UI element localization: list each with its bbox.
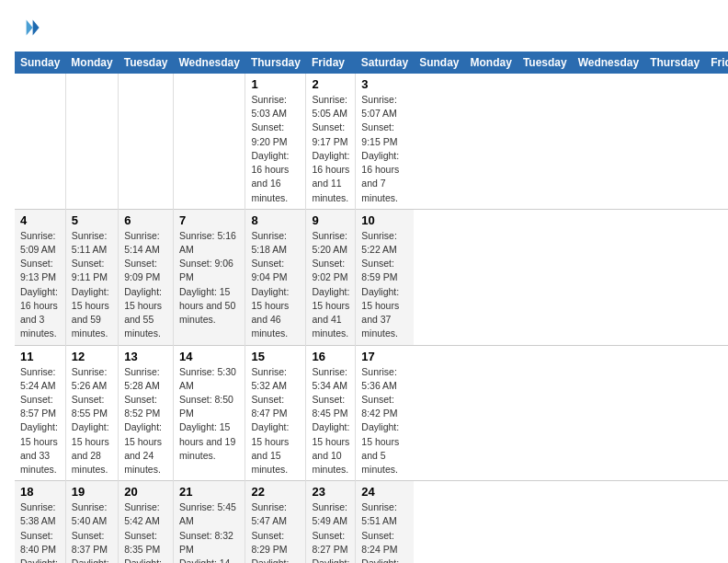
day-number: 22 xyxy=(251,485,300,499)
day-info: Sunrise: 5:38 AM Sunset: 8:40 PM Dayligh… xyxy=(20,500,60,563)
calendar-cell xyxy=(65,74,118,209)
calendar-cell: 16Sunrise: 5:34 AM Sunset: 8:45 PM Dayli… xyxy=(306,345,356,481)
day-info: Sunrise: 5:42 AM Sunset: 8:35 PM Dayligh… xyxy=(124,500,167,563)
day-info: Sunrise: 5:49 AM Sunset: 8:27 PM Dayligh… xyxy=(312,500,349,563)
calendar-cell: 11Sunrise: 5:24 AM Sunset: 8:57 PM Dayli… xyxy=(15,345,65,481)
day-header-thursday: Thursday xyxy=(245,52,306,74)
calendar-cell: 14Sunrise: 5:30 AM Sunset: 8:50 PM Dayli… xyxy=(173,345,245,481)
day-info: Sunrise: 5:20 AM Sunset: 9:02 PM Dayligh… xyxy=(312,229,349,341)
calendar-cell: 5Sunrise: 5:11 AM Sunset: 9:11 PM Daylig… xyxy=(65,209,118,345)
page-header xyxy=(15,15,713,40)
day-header-friday: Friday xyxy=(306,52,356,74)
day-info: Sunrise: 5:32 AM Sunset: 8:47 PM Dayligh… xyxy=(251,365,300,477)
day-number: 21 xyxy=(179,485,239,499)
day-number: 3 xyxy=(361,77,408,91)
day-header-saturday: Saturday xyxy=(356,52,414,74)
calendar-cell xyxy=(119,74,174,209)
calendar-cell: 23Sunrise: 5:49 AM Sunset: 8:27 PM Dayli… xyxy=(306,481,356,563)
calendar-week-row: 18Sunrise: 5:38 AM Sunset: 8:40 PM Dayli… xyxy=(15,481,728,563)
calendar-week-row: 4Sunrise: 5:09 AM Sunset: 9:13 PM Daylig… xyxy=(15,209,728,345)
day-info: Sunrise: 5:36 AM Sunset: 8:42 PM Dayligh… xyxy=(361,365,408,477)
calendar-cell: 12Sunrise: 5:26 AM Sunset: 8:55 PM Dayli… xyxy=(65,345,118,481)
day-info: Sunrise: 5:26 AM Sunset: 8:55 PM Dayligh… xyxy=(72,365,112,477)
day-info: Sunrise: 5:45 AM Sunset: 8:32 PM Dayligh… xyxy=(179,500,239,563)
day-number: 14 xyxy=(179,350,239,363)
day-header-tuesday: Tuesday xyxy=(119,52,174,74)
day-number: 10 xyxy=(361,213,408,227)
day-number: 17 xyxy=(361,350,408,363)
day-number: 9 xyxy=(312,213,349,227)
day-number: 11 xyxy=(20,350,60,363)
day-number: 7 xyxy=(179,213,239,227)
day-number: 18 xyxy=(20,485,60,499)
calendar-cell: 2Sunrise: 5:05 AM Sunset: 9:17 PM Daylig… xyxy=(306,74,356,209)
day-info: Sunrise: 5:24 AM Sunset: 8:57 PM Dayligh… xyxy=(20,365,60,477)
day-header-wednesday: Wednesday xyxy=(573,52,644,74)
day-number: 24 xyxy=(361,485,408,499)
calendar-cell: 15Sunrise: 5:32 AM Sunset: 8:47 PM Dayli… xyxy=(245,345,306,481)
calendar-cell: 1Sunrise: 5:03 AM Sunset: 9:20 PM Daylig… xyxy=(245,74,306,209)
calendar-table: SundayMondayTuesdayWednesdayThursdayFrid… xyxy=(15,52,728,563)
day-header-monday: Monday xyxy=(465,52,518,74)
day-number: 16 xyxy=(312,350,349,363)
calendar-cell: 24Sunrise: 5:51 AM Sunset: 8:24 PM Dayli… xyxy=(356,481,414,563)
day-info: Sunrise: 5:51 AM Sunset: 8:24 PM Dayligh… xyxy=(361,500,408,563)
calendar-cell: 10Sunrise: 5:22 AM Sunset: 8:59 PM Dayli… xyxy=(356,209,414,345)
day-number: 2 xyxy=(312,77,349,91)
day-info: Sunrise: 5:28 AM Sunset: 8:52 PM Dayligh… xyxy=(124,365,167,477)
day-header-tuesday: Tuesday xyxy=(518,52,573,74)
day-number: 4 xyxy=(20,213,60,227)
day-info: Sunrise: 5:18 AM Sunset: 9:04 PM Dayligh… xyxy=(251,229,300,341)
day-info: Sunrise: 5:22 AM Sunset: 8:59 PM Dayligh… xyxy=(361,229,408,341)
day-number: 8 xyxy=(251,213,300,227)
calendar-cell: 19Sunrise: 5:40 AM Sunset: 8:37 PM Dayli… xyxy=(65,481,118,563)
calendar-week-row: 1Sunrise: 5:03 AM Sunset: 9:20 PM Daylig… xyxy=(15,74,728,209)
day-number: 12 xyxy=(72,350,112,363)
calendar-cell: 4Sunrise: 5:09 AM Sunset: 9:13 PM Daylig… xyxy=(15,209,65,345)
day-info: Sunrise: 5:14 AM Sunset: 9:09 PM Dayligh… xyxy=(124,229,167,341)
calendar-cell: 9Sunrise: 5:20 AM Sunset: 9:02 PM Daylig… xyxy=(306,209,356,345)
day-info: Sunrise: 5:16 AM Sunset: 9:06 PM Dayligh… xyxy=(179,229,239,327)
day-header-thursday: Thursday xyxy=(644,52,705,74)
day-info: Sunrise: 5:09 AM Sunset: 9:13 PM Dayligh… xyxy=(20,229,60,341)
day-number: 6 xyxy=(124,213,167,227)
calendar-cell: 20Sunrise: 5:42 AM Sunset: 8:35 PM Dayli… xyxy=(119,481,174,563)
logo-icon xyxy=(15,15,40,40)
calendar-cell: 6Sunrise: 5:14 AM Sunset: 9:09 PM Daylig… xyxy=(119,209,174,345)
calendar-cell xyxy=(173,74,245,209)
day-header-friday: Friday xyxy=(705,52,728,74)
day-info: Sunrise: 5:11 AM Sunset: 9:11 PM Dayligh… xyxy=(72,229,112,341)
day-info: Sunrise: 5:30 AM Sunset: 8:50 PM Dayligh… xyxy=(179,365,239,464)
day-number: 15 xyxy=(251,350,300,363)
day-info: Sunrise: 5:47 AM Sunset: 8:29 PM Dayligh… xyxy=(251,500,300,563)
day-header-monday: Monday xyxy=(65,52,118,74)
calendar-cell: 8Sunrise: 5:18 AM Sunset: 9:04 PM Daylig… xyxy=(245,209,306,345)
day-info: Sunrise: 5:07 AM Sunset: 9:15 PM Dayligh… xyxy=(361,93,408,205)
day-header-sunday: Sunday xyxy=(15,52,65,74)
day-header-wednesday: Wednesday xyxy=(173,52,245,74)
day-number: 1 xyxy=(251,77,300,91)
day-info: Sunrise: 5:03 AM Sunset: 9:20 PM Dayligh… xyxy=(251,93,300,205)
day-number: 5 xyxy=(72,213,112,227)
calendar-cell: 17Sunrise: 5:36 AM Sunset: 8:42 PM Dayli… xyxy=(356,345,414,481)
day-header-sunday: Sunday xyxy=(414,52,464,74)
calendar-cell: 21Sunrise: 5:45 AM Sunset: 8:32 PM Dayli… xyxy=(173,481,245,563)
logo xyxy=(15,15,44,40)
calendar-cell: 18Sunrise: 5:38 AM Sunset: 8:40 PM Dayli… xyxy=(15,481,65,563)
calendar-cell xyxy=(15,74,65,209)
day-number: 19 xyxy=(72,485,112,499)
day-number: 13 xyxy=(124,350,167,363)
calendar-cell: 3Sunrise: 5:07 AM Sunset: 9:15 PM Daylig… xyxy=(356,74,414,209)
calendar-week-row: 11Sunrise: 5:24 AM Sunset: 8:57 PM Dayli… xyxy=(15,345,728,481)
day-number: 23 xyxy=(312,485,349,499)
calendar-cell: 22Sunrise: 5:47 AM Sunset: 8:29 PM Dayli… xyxy=(245,481,306,563)
calendar-header-row: SundayMondayTuesdayWednesdayThursdayFrid… xyxy=(15,52,728,74)
day-info: Sunrise: 5:34 AM Sunset: 8:45 PM Dayligh… xyxy=(312,365,349,477)
svg-marker-0 xyxy=(33,20,40,36)
svg-marker-1 xyxy=(27,20,33,36)
calendar-cell: 13Sunrise: 5:28 AM Sunset: 8:52 PM Dayli… xyxy=(119,345,174,481)
day-info: Sunrise: 5:05 AM Sunset: 9:17 PM Dayligh… xyxy=(312,93,349,205)
day-number: 20 xyxy=(124,485,167,499)
day-info: Sunrise: 5:40 AM Sunset: 8:37 PM Dayligh… xyxy=(72,500,112,563)
calendar-cell: 7Sunrise: 5:16 AM Sunset: 9:06 PM Daylig… xyxy=(173,209,245,345)
